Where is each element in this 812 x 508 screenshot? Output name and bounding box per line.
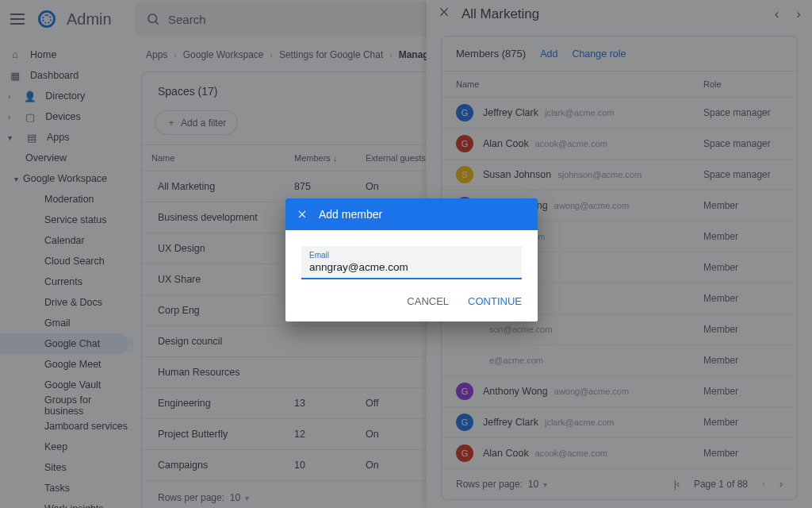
dialog-header: Add member [285, 198, 538, 230]
email-field[interactable] [309, 260, 514, 275]
email-label: Email [309, 251, 514, 260]
close-icon[interactable] [297, 209, 308, 220]
cancel-button[interactable]: CANCEL [407, 295, 449, 307]
dialog-footer: CANCEL CONTINUE [285, 284, 538, 321]
continue-button[interactable]: CONTINUE [468, 295, 522, 307]
add-member-dialog: Add member Email CANCEL CONTINUE [285, 198, 538, 321]
dialog-body: Email [285, 230, 538, 284]
email-field-wrapper[interactable]: Email [301, 246, 522, 279]
dialog-title: Add member [319, 208, 382, 221]
